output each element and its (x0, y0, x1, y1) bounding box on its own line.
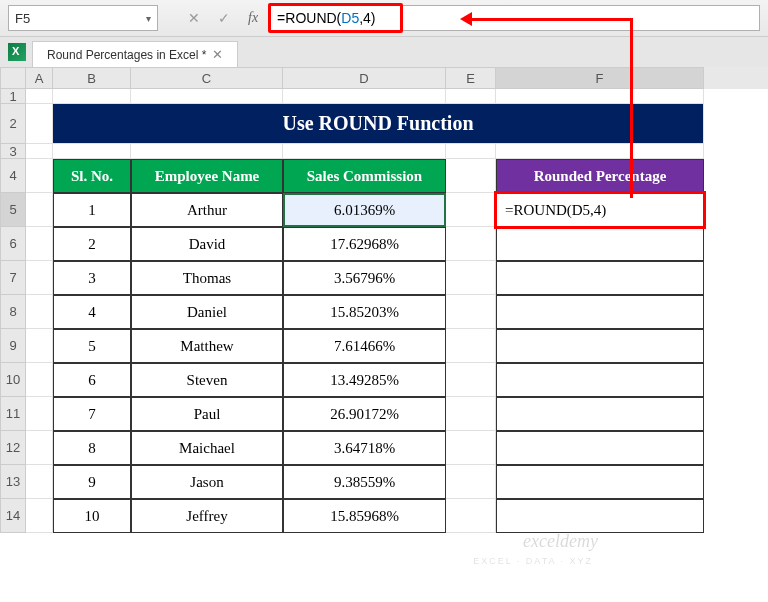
cell-A4[interactable] (26, 159, 53, 193)
row-header-11[interactable]: 11 (0, 397, 26, 431)
cell-F5[interactable]: =ROUND(D5,4) (496, 193, 704, 227)
cell-D7[interactable]: 3.56796% (283, 261, 446, 295)
cell-C8[interactable]: Daniel (131, 295, 283, 329)
cell-E9[interactable] (446, 329, 496, 363)
cell-C13[interactable]: Jason (131, 465, 283, 499)
cell-C11[interactable]: Paul (131, 397, 283, 431)
row-header-1[interactable]: 1 (0, 89, 26, 104)
row-header-10[interactable]: 10 (0, 363, 26, 397)
cell-A9[interactable] (26, 329, 53, 363)
row-header-12[interactable]: 12 (0, 431, 26, 465)
cell-B10[interactable]: 6 (53, 363, 131, 397)
cell-C6[interactable]: David (131, 227, 283, 261)
cell-A7[interactable] (26, 261, 53, 295)
cell-B13[interactable]: 9 (53, 465, 131, 499)
col-header-E[interactable]: E (446, 67, 496, 89)
cell-B8[interactable]: 4 (53, 295, 131, 329)
cell-B14[interactable]: 10 (53, 499, 131, 533)
header-slno[interactable]: Sl. No. (53, 159, 131, 193)
cell-B5[interactable]: 1 (53, 193, 131, 227)
cell-D9[interactable]: 7.61466% (283, 329, 446, 363)
row-header-2[interactable]: 2 (0, 104, 26, 144)
cell-C12[interactable]: Maichael (131, 431, 283, 465)
col-header-B[interactable]: B (53, 67, 131, 89)
row-header-4[interactable]: 4 (0, 159, 26, 193)
cell-B6[interactable]: 2 (53, 227, 131, 261)
cell-C5[interactable]: Arthur (131, 193, 283, 227)
cell-A13[interactable] (26, 465, 53, 499)
cell-F6[interactable] (496, 227, 704, 261)
cell-E5[interactable] (446, 193, 496, 227)
cell-A6[interactable] (26, 227, 53, 261)
cell-D11[interactable]: 26.90172% (283, 397, 446, 431)
cell-F13[interactable] (496, 465, 704, 499)
col-header-D[interactable]: D (283, 67, 446, 89)
cell-F10[interactable] (496, 363, 704, 397)
cell-A5[interactable] (26, 193, 53, 227)
cell-A1[interactable] (26, 89, 53, 104)
cell-E3[interactable] (446, 144, 496, 159)
cell-E11[interactable] (446, 397, 496, 431)
cell-A8[interactable] (26, 295, 53, 329)
cell-A11[interactable] (26, 397, 53, 431)
cell-E6[interactable] (446, 227, 496, 261)
cell-D10[interactable]: 13.49285% (283, 363, 446, 397)
row-header-8[interactable]: 8 (0, 295, 26, 329)
row-header-3[interactable]: 3 (0, 144, 26, 159)
cell-E8[interactable] (446, 295, 496, 329)
select-all-corner[interactable] (0, 67, 26, 89)
cell-F8[interactable] (496, 295, 704, 329)
cancel-icon[interactable]: ✕ (188, 10, 200, 26)
name-box[interactable]: F5 ▾ (8, 5, 158, 31)
cell-C1[interactable] (131, 89, 283, 104)
chevron-down-icon[interactable]: ▾ (146, 13, 151, 24)
cell-E14[interactable] (446, 499, 496, 533)
close-icon[interactable]: ✕ (212, 47, 223, 62)
col-header-F[interactable]: F (496, 67, 704, 89)
cell-F12[interactable] (496, 431, 704, 465)
formula-bar[interactable]: =ROUND(D5,4) (270, 5, 760, 31)
cell-D13[interactable]: 9.38559% (283, 465, 446, 499)
cell-B9[interactable]: 5 (53, 329, 131, 363)
cell-E12[interactable] (446, 431, 496, 465)
cell-C3[interactable] (131, 144, 283, 159)
cell-E1[interactable] (446, 89, 496, 104)
cell-F7[interactable] (496, 261, 704, 295)
cell-E4[interactable] (446, 159, 496, 193)
cell-E7[interactable] (446, 261, 496, 295)
cell-D14[interactable]: 15.85968% (283, 499, 446, 533)
cell-D6[interactable]: 17.62968% (283, 227, 446, 261)
cell-B7[interactable]: 3 (53, 261, 131, 295)
header-emp[interactable]: Employee Name (131, 159, 283, 193)
cell-D3[interactable] (283, 144, 446, 159)
cell-D1[interactable] (283, 89, 446, 104)
header-comm[interactable]: Sales Commission (283, 159, 446, 193)
cell-F11[interactable] (496, 397, 704, 431)
cell-B11[interactable]: 7 (53, 397, 131, 431)
col-header-C[interactable]: C (131, 67, 283, 89)
cell-F1[interactable] (496, 89, 704, 104)
cell-A3[interactable] (26, 144, 53, 159)
enter-icon[interactable]: ✓ (218, 10, 230, 26)
row-header-14[interactable]: 14 (0, 499, 26, 533)
cell-A2[interactable] (26, 104, 53, 144)
cell-E10[interactable] (446, 363, 496, 397)
cell-B12[interactable]: 8 (53, 431, 131, 465)
row-header-6[interactable]: 6 (0, 227, 26, 261)
cell-D5[interactable]: 6.01369% (283, 193, 446, 227)
cell-A12[interactable] (26, 431, 53, 465)
cell-B3[interactable] (53, 144, 131, 159)
cell-C7[interactable]: Thomas (131, 261, 283, 295)
cell-D8[interactable]: 15.85203% (283, 295, 446, 329)
row-header-13[interactable]: 13 (0, 465, 26, 499)
cell-F9[interactable] (496, 329, 704, 363)
row-header-9[interactable]: 9 (0, 329, 26, 363)
cell-C9[interactable]: Matthew (131, 329, 283, 363)
cell-A14[interactable] (26, 499, 53, 533)
cell-B1[interactable] (53, 89, 131, 104)
cell-A10[interactable] (26, 363, 53, 397)
cell-D12[interactable]: 3.64718% (283, 431, 446, 465)
col-header-A[interactable]: A (26, 67, 53, 89)
workbook-tab[interactable]: Round Percentages in Excel * ✕ (32, 41, 238, 67)
row-header-7[interactable]: 7 (0, 261, 26, 295)
